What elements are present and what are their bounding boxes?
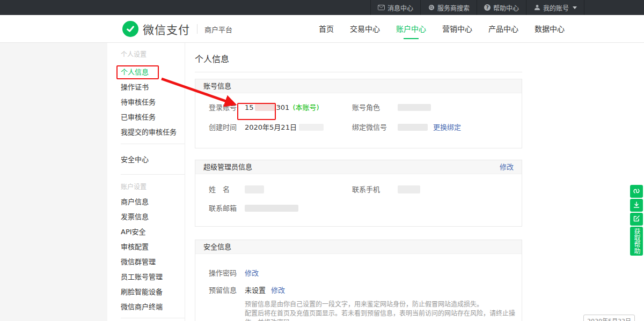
- sidebar-item-operation-certificate[interactable]: 操作证书: [121, 80, 185, 95]
- sidebar-divider: [121, 144, 185, 144]
- help-icon: ?: [484, 4, 491, 11]
- sidebar-item-pending-review-tasks[interactable]: 待审核任务: [121, 95, 185, 110]
- nav-transaction-center[interactable]: 交易中心: [349, 15, 381, 43]
- sidebar-item-face-smart-device[interactable]: 刷脸智能设备: [121, 285, 185, 300]
- sidebar-item-wechat-group-management[interactable]: 微信群管理: [121, 255, 185, 270]
- admin-name-label: 姓 名: [209, 184, 245, 195]
- section-admin-body: 姓 名 联系手机 联系邮箱: [195, 184, 522, 226]
- account-row-2: 创建时间 2020年5月21日 绑定微信号 更换绑定: [195, 122, 522, 133]
- section-security-body: 操作密码 修改 预留信息 未设置 修改: [195, 267, 522, 321]
- sidebar-item-reviewed-tasks[interactable]: 已审核任务: [121, 110, 185, 125]
- created-time-label: 创建时间: [209, 122, 245, 133]
- sidebar-item-review-config[interactable]: 审核配置: [121, 240, 185, 255]
- section-title: 安全信息: [203, 240, 231, 253]
- admin-name-value: [245, 184, 264, 195]
- sidebar-item-invoice-info[interactable]: 发票信息: [121, 210, 185, 225]
- search-icon: [428, 4, 435, 11]
- password-edit-link[interactable]: 修改: [245, 267, 259, 279]
- sidebar-group-account-settings: 账户设置: [121, 182, 185, 192]
- portal-name: 商户平台: [204, 24, 232, 34]
- wechat-pay-logo-icon: [122, 21, 138, 37]
- topbar-item-label: 我的账号: [543, 3, 569, 12]
- bound-wechat-value: 更换绑定: [398, 122, 461, 133]
- sidebar-item-my-submitted-tasks[interactable]: 我提交的审核任务: [121, 125, 185, 140]
- account-icon: [533, 4, 540, 11]
- created-time-value: 2020年5月21日: [245, 122, 324, 133]
- reserved-edit-link[interactable]: 修改: [271, 285, 285, 296]
- admin-edit-link[interactable]: 修改: [500, 160, 514, 174]
- section-title: 账号信息: [203, 79, 231, 93]
- topbar-item-my-account[interactable]: 我的账号: [526, 0, 584, 15]
- sidebar-item-staff-account-management[interactable]: 员工账号管理: [121, 270, 185, 285]
- security-row-reserved: 预留信息 未设置 修改: [195, 285, 522, 296]
- created-time-redacted: [299, 124, 324, 131]
- get-help-button[interactable]: 获取帮助: [630, 227, 643, 256]
- login-account-label: 登录账号: [209, 102, 245, 113]
- nav-account-center[interactable]: 账户中心: [395, 15, 427, 43]
- reserved-status: 未设置: [245, 285, 266, 296]
- brand-divider: [197, 24, 197, 34]
- admin-phone-label: 联系手机: [352, 184, 398, 195]
- sidebar-item-security-center[interactable]: 安全中心: [121, 152, 185, 167]
- brand: 微信支付 商户平台: [122, 15, 232, 43]
- sidebar-divider: [121, 318, 185, 318]
- nav-home[interactable]: 首页: [318, 15, 335, 43]
- admin-email-value: [245, 203, 298, 214]
- section-account-info: 账号信息 登录账号 15 301 (本账号) 账号角色: [195, 79, 522, 148]
- section-super-admin: 超级管理员信息 修改 姓 名 联系手机: [195, 160, 522, 227]
- security-row-password: 操作密码 修改: [195, 267, 522, 279]
- admin-phone-redacted: [398, 185, 420, 193]
- admin-email-redacted: [245, 205, 298, 212]
- section-title: 超级管理员信息: [203, 160, 252, 174]
- chevron-down-icon: [573, 6, 577, 9]
- reserved-info-description: 预留信息是由你自己设置的一段文字，用来鉴定网站身份，防止假冒网站造成损失。 配置…: [195, 300, 522, 321]
- current-account-badge: (本账号): [292, 102, 319, 113]
- topbar-item-message-center[interactable]: 消息中心: [370, 0, 420, 15]
- page-title: 个人信息: [195, 54, 522, 65]
- login-number-prefix: 15: [245, 102, 254, 113]
- bound-wechat-label: 绑定微信号: [352, 122, 398, 133]
- feedback-icon: [633, 214, 640, 225]
- sidebar-divider: [121, 174, 185, 175]
- topbar-item-label: 帮助中心: [493, 3, 519, 12]
- nav-product-center[interactable]: 产品中心: [487, 15, 519, 43]
- topbar-item-label: 服务商搜索: [437, 3, 470, 12]
- topbar-item-label: 消息中心: [387, 3, 413, 12]
- operation-password-label: 操作密码: [209, 267, 245, 279]
- admin-email-label: 联系邮箱: [209, 203, 245, 214]
- wechat-pay-merchant-portal: 消息中心 服务商搜索 ? 帮助中心 我的账号: [0, 0, 644, 321]
- title-divider: [195, 72, 522, 72]
- reserved-info-label: 预留信息: [209, 285, 245, 296]
- sidebar-item-api-security[interactable]: API安全: [121, 225, 185, 240]
- nav-data-center[interactable]: 数据中心: [533, 15, 566, 43]
- admin-name-redacted: [245, 185, 264, 193]
- account-role-label: 账号角色: [352, 102, 398, 113]
- section-admin-header: 超级管理员信息 修改: [195, 160, 522, 174]
- download-button[interactable]: [630, 199, 643, 212]
- created-date-text: 2020年5月21日: [245, 122, 297, 133]
- sidebar-group-personal-settings: 个人设置: [121, 49, 185, 60]
- topbar-item-help-center[interactable]: ? 帮助中心: [477, 0, 526, 15]
- sidebar-item-personal-info[interactable]: 个人信息: [121, 65, 185, 80]
- login-number-redacted: [255, 104, 275, 111]
- topbar-item-service-search[interactable]: 服务商搜索: [420, 0, 477, 15]
- account-row-1: 登录账号 15 301 (本账号) 账号角色: [195, 102, 522, 113]
- account-role-value: [398, 102, 431, 113]
- utility-topbar-items: 消息中心 服务商搜索 ? 帮助中心 我的账号: [370, 0, 584, 15]
- change-binding-link[interactable]: 更换绑定: [433, 122, 461, 133]
- left-gutter: [0, 43, 107, 321]
- login-account-value: 15 301 (本账号): [245, 102, 319, 113]
- sidebar-item-wechat-merchant-terminal[interactable]: 微信商户终端: [121, 300, 185, 315]
- description-line: 配置后将在首页及充值页面显示。若未看到预留信息，表明当前访问的网站存在风险，请终…: [245, 309, 522, 321]
- admin-phone-value: [398, 184, 420, 195]
- section-security-header: 安全信息: [195, 240, 522, 254]
- nav-marketing-center[interactable]: 营销中心: [441, 15, 473, 43]
- hotline-button[interactable]: [630, 185, 643, 198]
- message-icon: [378, 4, 385, 11]
- feedback-button[interactable]: [630, 213, 643, 226]
- login-number-suffix: 301: [276, 102, 290, 113]
- sidebar-item-merchant-info[interactable]: 商户信息: [121, 195, 185, 210]
- section-security-info: 安全信息 操作密码 修改 预留信息 未设置: [195, 240, 522, 321]
- main-header: 微信支付 商户平台 首页 交易中心 账户中心 营销中心 产品中心 数据中心: [0, 15, 644, 43]
- sidebar: 个人设置 个人信息 操作证书 待审核任务 已审核任务 我提交的审核任务 安全中心…: [107, 43, 185, 321]
